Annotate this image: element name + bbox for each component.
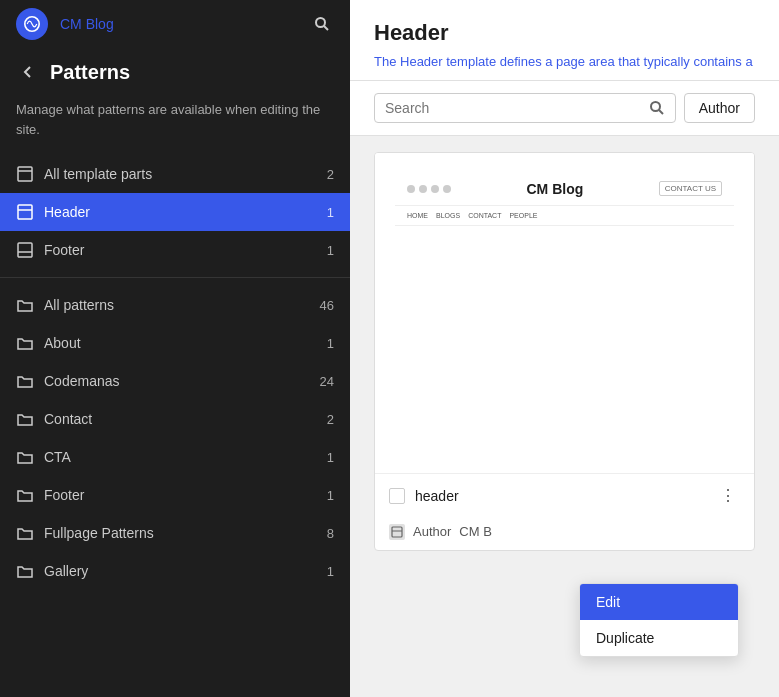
folder-icon — [16, 334, 34, 352]
social-dot — [431, 185, 439, 193]
nav-item-count: 1 — [327, 243, 334, 258]
pattern-card-footer: header ⋮ — [375, 473, 754, 518]
pattern-author-row: Author CM B Edit Duplicate — [375, 518, 754, 550]
author-value: CM B — [459, 524, 492, 539]
svg-rect-4 — [18, 243, 32, 257]
panel-header: Header The Header template defines a pag… — [350, 0, 779, 81]
author-label: Author — [413, 524, 451, 539]
sidebar-item-all-template-parts[interactable]: All template parts 2 — [0, 155, 350, 193]
nav-item-label: Gallery — [44, 563, 88, 579]
patterns-title: Patterns — [50, 61, 130, 84]
nav-item-count: 2 — [327, 167, 334, 182]
mini-social-icons — [407, 185, 451, 193]
author-icon — [389, 524, 405, 540]
nav-item-count: 46 — [320, 298, 334, 313]
folder-icon — [16, 524, 34, 542]
pattern-name: header — [415, 488, 459, 504]
template-icon — [16, 165, 34, 183]
social-dot — [443, 185, 451, 193]
mini-contact-btn: CONTACT US — [659, 181, 722, 196]
search-input[interactable] — [385, 100, 643, 116]
nav-item-count: 1 — [327, 205, 334, 220]
nav-item-count: 1 — [327, 450, 334, 465]
svg-rect-6 — [392, 527, 402, 537]
nav-item-count: 1 — [327, 564, 334, 579]
folder-icon — [16, 562, 34, 580]
wp-logo — [16, 8, 48, 40]
pattern-card: CM Blog CONTACT US HOME BLOGS CONTACT PE… — [374, 152, 755, 551]
sidebar-item-footer[interactable]: Footer 1 — [0, 231, 350, 269]
mini-nav-item: PEOPLE — [509, 212, 537, 219]
nav-item-label: All patterns — [44, 297, 114, 313]
svg-rect-3 — [18, 205, 32, 219]
nav-item-count: 2 — [327, 412, 334, 427]
nav-item-label: Footer — [44, 242, 84, 258]
nav-item-label: About — [44, 335, 81, 351]
top-bar: CM Blog — [0, 0, 350, 48]
nav-item-label: Codemanas — [44, 373, 120, 389]
svg-point-5 — [651, 102, 660, 111]
mini-preview: CM Blog CONTACT US HOME BLOGS CONTACT PE… — [375, 153, 754, 473]
panel-title: Header — [374, 20, 755, 46]
search-box[interactable] — [374, 93, 676, 123]
pattern-checkbox[interactable] — [389, 488, 405, 504]
sidebar-item-codemanas[interactable]: Codemanas 24 — [0, 362, 350, 400]
site-name: CM Blog — [60, 16, 114, 32]
nav-item-label: Contact — [44, 411, 92, 427]
main-panel: Header The Header template defines a pag… — [350, 0, 779, 697]
sidebar-nav: All template parts 2 Header 1 Footer 1 — [0, 155, 350, 697]
pattern-menu-button[interactable]: ⋮ — [716, 484, 740, 508]
sidebar: CM Blog Patterns Manage what patterns ar… — [0, 0, 350, 697]
svg-rect-2 — [18, 167, 32, 181]
mini-nav-row: HOME BLOGS CONTACT PEOPLE — [395, 206, 734, 226]
nav-item-count: 1 — [327, 488, 334, 503]
folder-icon — [16, 372, 34, 390]
folder-icon — [16, 296, 34, 314]
sidebar-item-footer-group[interactable]: Footer 1 — [0, 476, 350, 514]
mini-nav-item: BLOGS — [436, 212, 460, 219]
nav-item-label: Header — [44, 204, 90, 220]
patterns-description: Manage what patterns are available when … — [0, 96, 350, 155]
svg-point-1 — [316, 18, 325, 27]
mini-nav-item: HOME — [407, 212, 428, 219]
patterns-header: Patterns — [0, 48, 350, 96]
nav-item-label: Fullpage Patterns — [44, 525, 154, 541]
nav-item-count: 8 — [327, 526, 334, 541]
footer-icon — [16, 241, 34, 259]
social-dot — [407, 185, 415, 193]
sidebar-item-about[interactable]: About 1 — [0, 324, 350, 362]
toolbar: Author — [350, 81, 779, 136]
panel-description: The Header template defines a page area … — [374, 52, 755, 72]
sidebar-item-header[interactable]: Header 1 — [0, 193, 350, 231]
search-icon — [649, 100, 665, 116]
author-button[interactable]: Author — [684, 93, 755, 123]
folder-icon — [16, 486, 34, 504]
sidebar-item-gallery[interactable]: Gallery 1 — [0, 552, 350, 590]
sidebar-item-contact[interactable]: Contact 2 — [0, 400, 350, 438]
pattern-preview: CM Blog CONTACT US HOME BLOGS CONTACT PE… — [375, 153, 754, 473]
header-icon — [16, 203, 34, 221]
social-dot — [419, 185, 427, 193]
content-area: CM Blog CONTACT US HOME BLOGS CONTACT PE… — [350, 136, 779, 698]
nav-item-count: 1 — [327, 336, 334, 351]
nav-item-count: 24 — [320, 374, 334, 389]
nav-item-label: Footer — [44, 487, 84, 503]
mini-blog-name: CM Blog — [526, 181, 583, 197]
nav-item-label: CTA — [44, 449, 71, 465]
back-button[interactable] — [16, 60, 40, 84]
sidebar-item-all-patterns[interactable]: All patterns 46 — [0, 286, 350, 324]
folder-icon — [16, 448, 34, 466]
mini-nav-item: CONTACT — [468, 212, 501, 219]
sidebar-item-cta[interactable]: CTA 1 — [0, 438, 350, 476]
top-search-icon[interactable] — [310, 12, 334, 36]
sidebar-item-fullpage-patterns[interactable]: Fullpage Patterns 8 — [0, 514, 350, 552]
mini-header-top: CM Blog CONTACT US — [395, 173, 734, 206]
divider — [0, 277, 350, 278]
folder-icon — [16, 410, 34, 428]
nav-item-label: All template parts — [44, 166, 152, 182]
